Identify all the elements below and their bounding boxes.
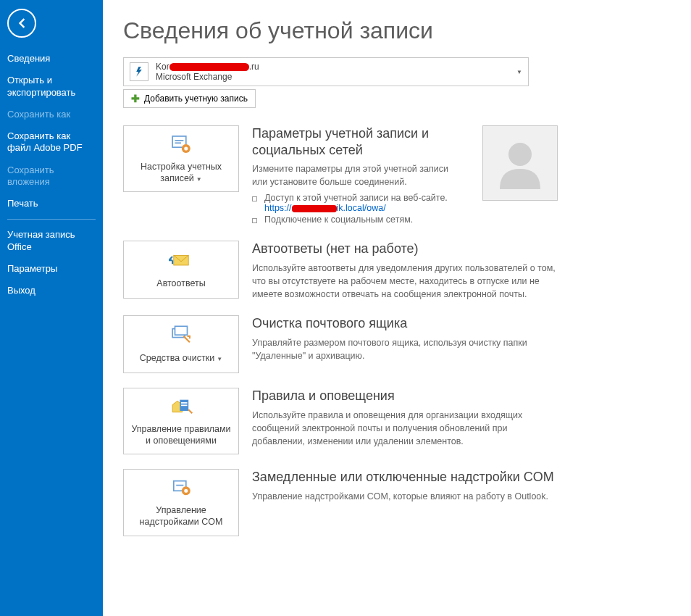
- bullet-web-access: Доступ к этой учетной записи на веб-сайт…: [264, 193, 448, 203]
- section-desc: Управление надстройками COM, которые вли…: [252, 490, 556, 503]
- section-com-addins: Управление надстройками COM Замедленные …: [123, 469, 671, 536]
- rules-alerts-button[interactable]: Управление правилами и оповещениями: [123, 388, 239, 454]
- svg-rect-11: [181, 405, 188, 407]
- cleanup-tools-button[interactable]: Средства очистки▼: [123, 315, 239, 373]
- auto-replies-button[interactable]: Автоответы: [123, 241, 239, 299]
- cleanup-icon: [169, 325, 193, 349]
- account-type: Microsoft Exchange: [156, 72, 259, 82]
- svg-rect-1: [175, 140, 184, 141]
- nav-save-as: Сохранить как: [0, 104, 103, 125]
- chevron-down-icon: ▼: [196, 176, 202, 183]
- svg-rect-8: [175, 326, 188, 335]
- bullet-social: Подключение к социальным сетям.: [264, 215, 413, 225]
- section-title: Автоответы (нет на работе): [252, 241, 556, 257]
- nav-save-attachments: Сохранить вложения: [0, 159, 103, 193]
- nav-exit[interactable]: Выход: [0, 280, 103, 301]
- chevron-down-icon: ▼: [516, 69, 522, 75]
- nav-print[interactable]: Печать: [0, 193, 103, 215]
- section-account-settings: Настройка учетных записей▼ Параметры уче…: [123, 125, 671, 226]
- arrow-left-icon: [14, 16, 29, 30]
- person-icon: [491, 134, 549, 192]
- nav-info[interactable]: Сведения: [0, 48, 103, 70]
- redacted-text: [169, 63, 249, 71]
- section-desc: Используйте правила и оповещения для орг…: [252, 409, 556, 448]
- manage-com-addins-button[interactable]: Управление надстройками COM: [123, 469, 239, 536]
- avatar-placeholder: [482, 125, 558, 201]
- section-title: Правила и оповещения: [252, 388, 556, 404]
- section-desc: Управляйте размером почтового ящика, исп…: [252, 336, 556, 362]
- svg-rect-13: [176, 485, 183, 486]
- exchange-icon: [130, 62, 148, 81]
- svg-point-5: [508, 143, 532, 166]
- rules-icon: [169, 396, 193, 420]
- bullet-icon: [252, 218, 257, 223]
- nav-open-export[interactable]: Открыть и экспортировать: [0, 70, 103, 104]
- nav-divider: [7, 219, 96, 220]
- page-title: Сведения об учетной записи: [123, 17, 671, 44]
- section-title: Параметры учетной записи и социальных се…: [252, 125, 462, 158]
- plus-icon: ✚: [131, 93, 140, 104]
- svg-rect-10: [181, 402, 188, 404]
- nav-options[interactable]: Параметры: [0, 258, 103, 280]
- section-title: Замедленные или отключенные надстройки C…: [252, 469, 556, 486]
- account-name: Kor.ru: [156, 62, 259, 72]
- bullet-icon: [252, 196, 257, 201]
- add-account-button[interactable]: ✚ Добавить учетную запись: [123, 89, 256, 108]
- section-title: Очистка почтового ящика: [252, 315, 556, 332]
- redacted-text: [292, 205, 337, 212]
- back-button[interactable]: [7, 9, 36, 38]
- section-rules: Управление правилами и оповещениями Прав…: [123, 388, 671, 454]
- addins-icon: [169, 477, 193, 501]
- auto-replies-icon: [169, 250, 193, 274]
- account-settings-button[interactable]: Настройка учетных записей▼: [123, 125, 239, 192]
- account-settings-icon: [169, 133, 193, 157]
- svg-point-15: [184, 489, 188, 493]
- account-dropdown[interactable]: Kor.ru Microsoft Exchange ▼: [123, 57, 529, 86]
- section-desc: Измените параметры для этой учетной запи…: [252, 162, 462, 188]
- section-auto-replies: Автоответы Автоответы (нет на работе) Ис…: [123, 241, 671, 301]
- owa-link[interactable]: https://ik.local/owa/: [264, 203, 386, 213]
- svg-rect-2: [175, 142, 182, 143]
- nav-save-adobe-pdf[interactable]: Сохранить как файл Adobe PDF: [0, 125, 103, 159]
- section-desc: Используйте автоответы для уведомления д…: [252, 262, 556, 301]
- nav-office-account[interactable]: Учетная запись Office: [0, 224, 103, 258]
- section-cleanup: Средства очистки▼ Очистка почтового ящик…: [123, 315, 671, 373]
- svg-point-4: [184, 146, 188, 150]
- main-content: Сведения об учетной записи Kor.ru Micros…: [103, 0, 691, 616]
- backstage-sidebar: Сведения Открыть и экспортировать Сохран…: [0, 0, 103, 616]
- chevron-down-icon: ▼: [217, 356, 222, 362]
